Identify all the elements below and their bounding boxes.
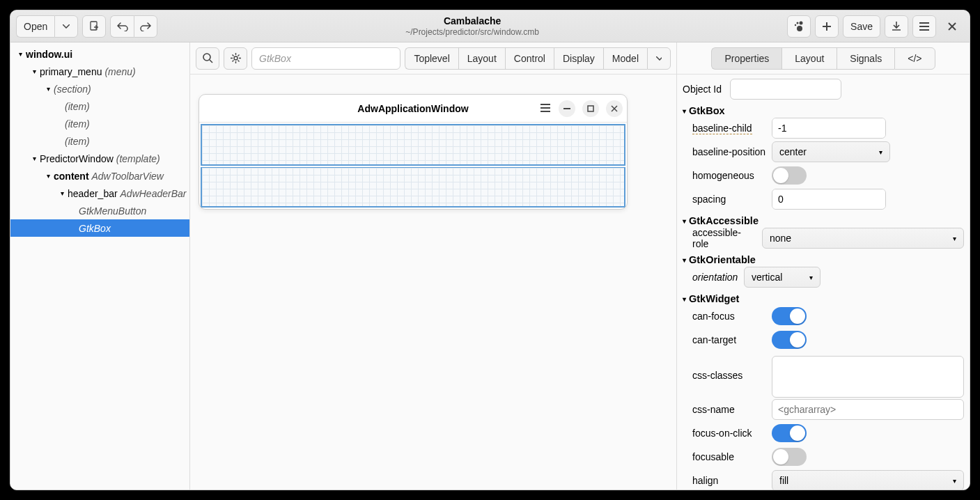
tree-content-row[interactable]: ▾content AdwToolbarView [10, 167, 189, 185]
close-icon [948, 22, 956, 31]
tab-more-dropdown[interactable] [647, 47, 671, 70]
tree-item-row[interactable]: (item) [10, 97, 189, 115]
combo-orientation[interactable]: vertical [744, 267, 820, 288]
tree-type: (template) [116, 153, 160, 164]
tree-item-row[interactable]: (item) [10, 115, 189, 132]
combo-baseline-position[interactable]: center [772, 141, 890, 162]
tree-gtkbox-row[interactable]: GtkBox [10, 219, 189, 237]
svg-point-3 [800, 21, 803, 24]
body: ▾window.ui ▾primary_menu (menu) ▾(sectio… [10, 42, 970, 490]
group-orientable[interactable]: GtkOrientable [683, 250, 964, 265]
tree-file-row[interactable]: ▾window.ui [10, 45, 189, 63]
tree-menu-button-row[interactable]: GtkMenuButton [10, 202, 189, 219]
input-css-classes[interactable] [772, 356, 964, 398]
group-gtkbox[interactable]: GtkBox [683, 101, 964, 116]
label-css-name: css-name [683, 404, 766, 415]
object-id-row: Object Id [683, 77, 964, 101]
tab-properties[interactable]: Properties [711, 47, 781, 70]
switch-can-target[interactable] [772, 331, 807, 349]
minimize-icon [563, 108, 570, 109]
tree-item-row[interactable]: (item) [10, 132, 189, 150]
switch-can-focus[interactable] [772, 307, 807, 325]
app-subtitle: ~/Projects/predictor/src/window.cmb [162, 27, 783, 37]
close-window-button[interactable] [940, 15, 964, 38]
redo-button[interactable] [134, 15, 157, 38]
headerbar-title-area: Cambalache ~/Projects/predictor/src/wind… [162, 15, 783, 37]
redo-icon [140, 22, 151, 31]
svg-point-6 [797, 26, 802, 31]
preview-maximize-button[interactable] [582, 100, 599, 117]
type-search-entry[interactable]: GtkBox [251, 47, 400, 70]
label-halign: halign [683, 475, 766, 486]
combo-halign[interactable]: fill [772, 470, 964, 490]
preview-window[interactable]: AdwApplicationWindow [199, 94, 628, 210]
tab-layout[interactable]: Layout [458, 47, 505, 70]
tree-section-row[interactable]: ▾(section) [10, 80, 189, 97]
spin-value[interactable] [772, 189, 886, 209]
placeholder-slot[interactable] [201, 167, 625, 208]
group-widget[interactable]: GtkWidget [683, 289, 964, 304]
input-spacing[interactable]: − + [772, 189, 886, 210]
tab-display[interactable]: Display [554, 47, 603, 70]
row-baseline-child: baseline-child − + [683, 116, 964, 140]
add-button[interactable] [815, 15, 839, 38]
save-button[interactable]: Save [843, 15, 880, 38]
search-objects-button[interactable] [196, 47, 219, 70]
center-pane: GtkBox Toplevel Layout Control Display M… [190, 42, 677, 490]
switch-homogeneous[interactable] [772, 166, 807, 185]
row-css-classes: css-classes [683, 352, 964, 398]
new-file-button[interactable] [82, 15, 106, 38]
tree-file-label: window.ui [26, 49, 72, 60]
gnome-button[interactable] [787, 15, 811, 38]
label-can-focus: can-focus [683, 311, 766, 322]
gnome-foot-icon [793, 21, 804, 32]
undo-button[interactable] [110, 15, 134, 38]
app-title: Cambalache [162, 15, 783, 27]
maximize-icon [587, 105, 594, 112]
tree-label: content [54, 171, 89, 182]
spin-value[interactable] [772, 118, 886, 138]
label-spacing: spacing [683, 194, 766, 205]
export-icon [892, 21, 901, 32]
tab-control[interactable]: Control [505, 47, 554, 70]
tree-primary-menu-row[interactable]: ▾primary_menu (menu) [10, 63, 189, 80]
export-button[interactable] [885, 15, 908, 38]
svg-rect-0 [91, 22, 97, 30]
tree-label: GtkMenuButton [79, 205, 146, 217]
preview-minimize-button[interactable] [559, 100, 575, 117]
object-id-input[interactable] [730, 79, 841, 100]
tab-xml[interactable]: </> [894, 47, 935, 70]
props-scroll[interactable]: Object Id GtkBox baseline-child − + base… [677, 75, 970, 490]
open-button[interactable]: Open [16, 15, 54, 38]
tree-header-bar-row[interactable]: ▾header_bar AdwHeaderBar [10, 185, 189, 202]
tab-toplevel[interactable]: Toplevel [405, 47, 458, 70]
settings-button[interactable] [224, 47, 247, 70]
row-baseline-position: baseline-position center [683, 140, 964, 164]
hamburger-menu-button[interactable] [912, 15, 936, 38]
group-accessible[interactable]: GtkAccessible [683, 211, 964, 226]
tab-layout-props[interactable]: Layout [781, 47, 837, 70]
combo-accessible-role[interactable]: none [762, 228, 964, 249]
row-orientation: orientation vertical [683, 265, 964, 289]
chevron-down-icon [656, 56, 662, 61]
label-focusable: focusable [683, 451, 766, 462]
tab-signals[interactable]: Signals [837, 47, 894, 70]
tree-predictor-window-row[interactable]: ▾PredictorWindow (template) [10, 150, 189, 167]
tree-label: PredictorWindow [40, 153, 114, 164]
tab-model[interactable]: Model [603, 47, 647, 70]
row-focus-on-click: focus-on-click [683, 421, 964, 445]
label-baseline-child: baseline-child [683, 123, 766, 134]
placeholder-slot[interactable] [201, 124, 625, 166]
hamburger-icon [540, 104, 550, 112]
design-canvas[interactable]: AdwApplicationWindow [190, 75, 676, 490]
object-tree[interactable]: ▾window.ui ▾primary_menu (menu) ▾(sectio… [10, 42, 190, 490]
input-css-name[interactable] [772, 399, 964, 420]
open-recent-dropdown[interactable] [54, 15, 78, 38]
preview-menu-button[interactable] [540, 103, 550, 114]
row-halign: halign fill [683, 469, 964, 490]
switch-focusable[interactable] [772, 448, 807, 466]
undo-redo-group [110, 15, 157, 38]
switch-focus-on-click[interactable] [772, 424, 807, 442]
input-baseline-child[interactable]: − + [772, 118, 886, 139]
preview-close-button[interactable] [606, 100, 623, 117]
